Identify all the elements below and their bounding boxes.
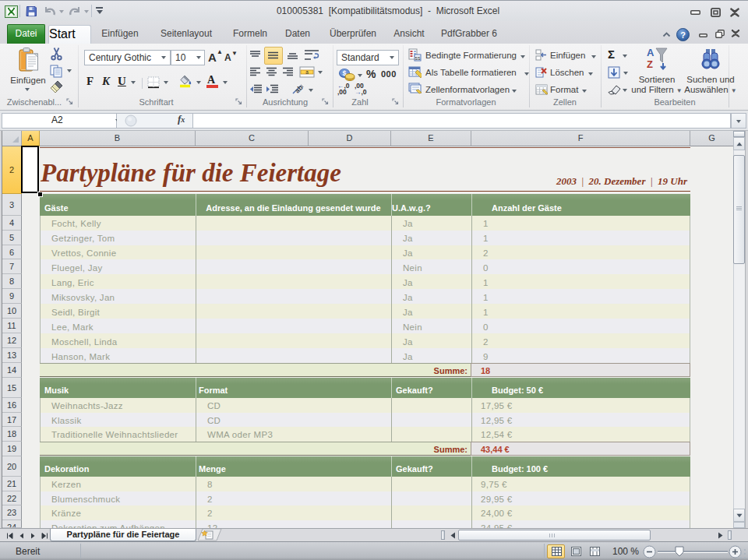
svg-text:ss: ss bbox=[415, 55, 422, 61]
svg-text:?: ? bbox=[680, 30, 686, 40]
svg-text:a: a bbox=[305, 69, 309, 75]
svg-text:A: A bbox=[647, 47, 654, 58]
svg-text:Z: Z bbox=[647, 58, 653, 70]
svg-text:ab: ab bbox=[293, 83, 305, 95]
